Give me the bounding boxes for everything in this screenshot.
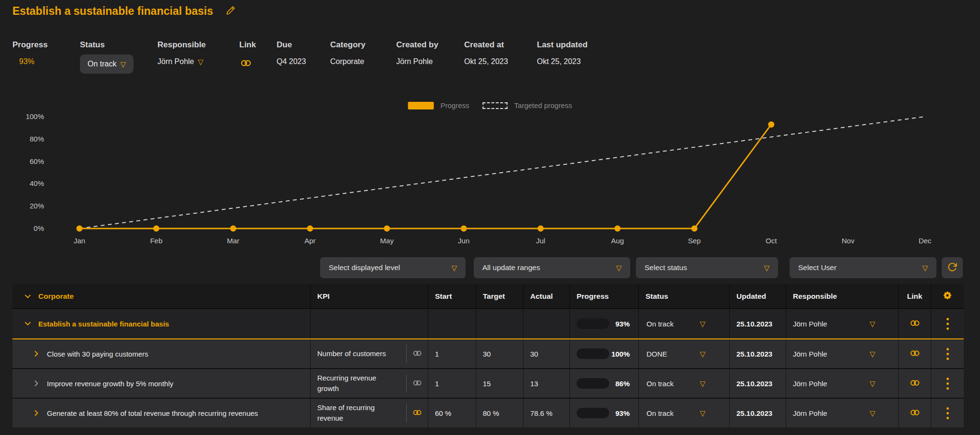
updated-cell: 25.10.2023 <box>730 399 786 427</box>
status-dropdown[interactable]: On track ▽ <box>80 54 134 74</box>
page-title: Establish a sustainable financial basis <box>12 5 213 18</box>
pencil-icon <box>225 5 236 17</box>
info-field-created-by: Created by Jörn Pohle <box>396 40 438 66</box>
link-icon <box>412 378 422 389</box>
row-menu-button[interactable] <box>947 348 949 360</box>
group-header-cell[interactable]: Corporate <box>12 284 311 308</box>
info-field-last-updated: Last updated Okt 25, 2023 <box>537 40 588 66</box>
responsible-dropdown[interactable]: Jörn Pohle ▽ <box>157 57 206 66</box>
svg-text:Feb: Feb <box>150 237 163 245</box>
chevron-right-icon[interactable] <box>33 350 40 358</box>
kpi-cell <box>311 309 428 338</box>
updated-cell: 25.10.2023 <box>730 309 786 338</box>
kpi-link-button[interactable] <box>412 408 422 419</box>
responsible-value: Jörn Pohle <box>157 57 194 66</box>
filter-update-ranges[interactable]: All update ranges ▽ <box>474 257 630 278</box>
due-value: Q4 2023 <box>277 57 306 66</box>
info-field-responsible: Responsible Jörn Pohle ▽ <box>157 40 206 66</box>
info-label: Responsible <box>157 40 206 50</box>
filter-status[interactable]: Select status ▽ <box>636 257 778 278</box>
actual-cell <box>523 309 570 338</box>
okr-table: Corporate KPI Start Target Actual Progre… <box>12 284 964 427</box>
chevron-down-icon: ▽ <box>869 320 875 327</box>
chevron-down-icon <box>24 293 32 300</box>
chevron-down-icon: ▽ <box>616 264 622 272</box>
row-menu-button[interactable] <box>947 318 949 330</box>
table-row-kr: Generate at least 80% of total revenue t… <box>12 398 964 427</box>
info-label: Status <box>80 40 134 50</box>
progress-value: 86% <box>615 380 630 388</box>
status-dropdown-cell[interactable]: On track ▽ <box>639 309 730 338</box>
kr-name-cell[interactable]: Improve revenue growth by 5% monthly <box>12 369 311 398</box>
kpi-link-button[interactable] <box>412 348 422 359</box>
kpi-link-button[interactable] <box>412 378 422 389</box>
kr-name-cell[interactable]: Close with 30 paying customers <box>12 339 311 368</box>
updated-cell: 25.10.2023 <box>730 339 786 368</box>
progress-cell: 93% <box>570 309 639 338</box>
row-menu-button[interactable] <box>947 407 949 419</box>
target-cell: 30 <box>476 339 523 368</box>
chevron-down-icon: ▽ <box>700 410 705 417</box>
link-icon <box>910 407 920 419</box>
svg-text:Apr: Apr <box>304 237 315 245</box>
status-value: On track <box>646 380 674 388</box>
svg-text:0%: 0% <box>33 224 44 232</box>
title-row: Establish a sustainable financial basis <box>12 5 236 18</box>
chevron-down-icon: ▽ <box>922 264 928 272</box>
progress-bar <box>577 378 609 389</box>
row-link-button[interactable] <box>910 378 920 390</box>
target-cell: 15 <box>476 369 523 398</box>
svg-text:Jul: Jul <box>536 237 545 245</box>
progress-cell: 100% <box>570 339 639 368</box>
edit-title-button[interactable] <box>225 5 236 17</box>
kr-name-cell[interactable]: Generate at least 80% of total revenue t… <box>12 399 311 427</box>
actual-cell: 30 <box>523 339 570 368</box>
start-cell <box>428 309 476 338</box>
col-header-settings <box>931 284 964 308</box>
filter-label: Select User <box>798 263 836 272</box>
row-link-button[interactable] <box>910 348 920 360</box>
kr-name: Improve revenue growth by 5% monthly <box>47 380 173 388</box>
progress-cell: 86% <box>570 369 639 398</box>
status-dropdown-cell[interactable]: DONE ▽ <box>639 339 730 368</box>
link-icon <box>240 57 252 70</box>
chevron-right-icon[interactable] <box>33 409 40 417</box>
filter-displayed-level[interactable]: Select displayed level ▽ <box>320 257 466 278</box>
info-field-status: Status On track ▽ <box>80 40 134 74</box>
refresh-button[interactable] <box>942 257 963 278</box>
kpi-cell: Recurring revenue growth <box>311 369 428 398</box>
svg-text:100%: 100% <box>26 112 44 120</box>
responsible-dropdown-cell[interactable]: Jörn Pohle ▽ <box>786 339 899 368</box>
chevron-down-icon[interactable] <box>24 320 32 327</box>
kr-name: Close with 30 paying customers <box>47 350 148 358</box>
filter-label: Select displayed level <box>329 263 400 272</box>
kpi-name: Recurring revenue growth <box>311 369 406 398</box>
objective-name-cell[interactable]: Establish a sustainable financial basis <box>12 309 311 338</box>
responsible-dropdown-cell[interactable]: Jörn Pohle ▽ <box>786 369 899 398</box>
responsible-dropdown-cell[interactable]: Jörn Pohle ▽ <box>786 309 899 338</box>
progress-value: 100% <box>612 350 630 358</box>
table-settings-button[interactable] <box>942 290 953 303</box>
start-cell: 1 <box>428 369 476 398</box>
chevron-right-icon[interactable] <box>33 380 40 387</box>
info-label: Due <box>277 40 306 50</box>
link-icon <box>412 348 422 359</box>
filter-user[interactable]: Select User ▽ <box>790 257 936 278</box>
row-link-button[interactable] <box>910 318 920 330</box>
status-dropdown-cell[interactable]: On track ▽ <box>639 399 730 427</box>
svg-text:Dec: Dec <box>919 237 932 245</box>
info-label: Link <box>239 40 256 50</box>
row-link-button[interactable] <box>910 407 920 419</box>
link-cell <box>899 339 931 368</box>
chevron-down-icon: ▽ <box>869 380 875 387</box>
row-menu-button[interactable] <box>947 378 949 390</box>
status-dropdown-cell[interactable]: On track ▽ <box>639 369 730 398</box>
link-cell <box>899 369 931 398</box>
responsible-dropdown-cell[interactable]: Jörn Pohle ▽ <box>786 399 899 427</box>
filter-label: Select status <box>645 263 687 272</box>
objective-link-button[interactable] <box>240 57 252 70</box>
kr-name: Generate at least 80% of total revenue t… <box>47 409 258 417</box>
svg-text:Nov: Nov <box>842 237 855 245</box>
info-label: Last updated <box>537 40 588 50</box>
responsible-value: Jörn Pohle <box>793 350 827 358</box>
